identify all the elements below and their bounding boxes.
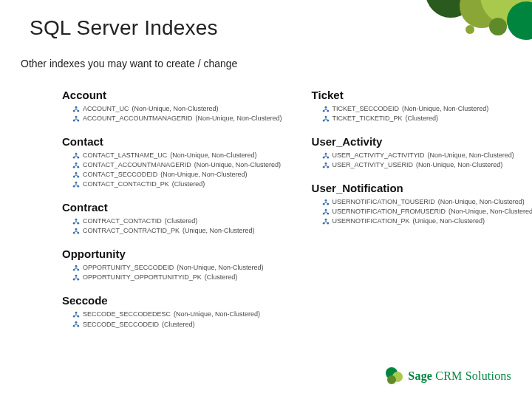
index-properties: (Non-Unique, Non-Clustered) <box>196 114 282 123</box>
svg-point-1 <box>460 0 504 28</box>
index-section: ContractCONTRACT_CONTACTID(Clustered)CON… <box>62 201 282 236</box>
index-item: TICKET_TICKETID_PK(Clustered) <box>322 114 532 123</box>
index-tree-icon <box>72 274 80 282</box>
index-properties: (Clustered) <box>172 180 205 189</box>
index-item: CONTACT_LASTNAME_UC(Non-Unique, Non-Clus… <box>72 151 282 160</box>
index-name: USER_ACTIVITY_ACTIVITYID <box>332 151 425 160</box>
index-list: USER_ACTIVITY_ACTIVITYID(Non-Unique, Non… <box>322 151 532 170</box>
svg-point-54 <box>324 200 327 202</box>
svg-point-4 <box>489 18 507 35</box>
index-item: USERNOTIFICATION_FROMUSERID(Non-Unique, … <box>322 207 532 216</box>
sage-logo-icon <box>384 366 403 386</box>
index-name: TICKET_TICKETID_PK <box>332 114 403 123</box>
svg-point-30 <box>75 265 78 267</box>
index-tree-icon <box>72 228 80 235</box>
index-tree-icon <box>322 115 330 123</box>
index-list: SECCODE_SECCODEDESC(Non-Unique, Non-Clus… <box>72 310 282 329</box>
svg-point-42 <box>324 106 327 108</box>
svg-point-24 <box>75 219 78 221</box>
index-name: OPPORTUNITY_OPPORTUNITYID_PK <box>83 273 202 282</box>
index-item: CONTRACT_CONTRACTID_PK(Unique, Non-Clust… <box>72 226 282 236</box>
index-properties: (Non-Unique, Non-Clustered) <box>132 104 219 114</box>
index-properties: (Non-Unique, Non-Clustered) <box>402 104 488 114</box>
index-name: TICKET_SECCODEID <box>332 104 400 114</box>
section-heading: User_Activity <box>312 135 532 148</box>
index-name: USERNOTIFICATION_PK <box>332 216 410 226</box>
index-tree-icon <box>72 171 80 179</box>
index-item: USER_ACTIVITY_USERID(Non-Unique, Non-Clu… <box>322 160 532 170</box>
index-properties: (Non-Unique, Non-Clustered) <box>170 151 256 160</box>
index-name: USERNOTIFICATION_TOUSERID <box>332 197 435 207</box>
section-heading: Account <box>62 89 282 101</box>
index-tree-icon <box>72 311 80 318</box>
svg-point-0 <box>426 0 476 18</box>
svg-point-12 <box>75 152 78 154</box>
index-name: USER_ACTIVITY_USERID <box>332 160 414 170</box>
index-item: USER_ACTIVITY_ACTIVITYID(Non-Unique, Non… <box>322 151 532 160</box>
index-item: TICKET_SECCODEID(Non-Unique, Non-Cluster… <box>322 104 532 114</box>
svg-point-39 <box>75 321 78 324</box>
right-column: TicketTICKET_SECCODEID(Non-Unique, Non-C… <box>312 89 532 341</box>
index-list: USERNOTIFICATION_TOUSERID(Non-Unique, No… <box>322 197 532 226</box>
index-item: CONTACT_ACCOUNTMANAGERID(Non-Unique, Non… <box>72 160 282 170</box>
index-name: CONTACT_CONTACTID_PK <box>83 180 169 189</box>
section-heading: User_Notification <box>312 182 532 194</box>
svg-point-48 <box>324 152 327 154</box>
decorative-circles <box>399 0 532 52</box>
index-name: CONTRACT_CONTRACTID_PK <box>83 226 180 236</box>
index-item: USERNOTIFICATION_PK(Unique, Non-Clustere… <box>322 216 532 226</box>
index-item: OPPORTUNITY_SECCODEID(Non-Unique, Non-Cl… <box>72 263 282 273</box>
slide: SQL Server Indexes Other indexes you may… <box>0 0 532 399</box>
page-subtitle: Other indexes you may want to create / c… <box>21 58 237 69</box>
svg-point-3 <box>507 1 532 40</box>
index-name: SECCODE_SECCODEID <box>83 320 159 330</box>
svg-point-60 <box>324 219 327 221</box>
index-section: User_NotificationUSERNOTIFICATION_TOUSER… <box>312 182 532 226</box>
svg-point-2 <box>480 0 532 25</box>
index-item: ACCOUNT_ACCOUNTMANAGERID(Non-Unique, Non… <box>72 114 282 123</box>
index-tree-icon <box>72 321 80 328</box>
section-heading: Contact <box>62 135 282 148</box>
left-column: AccountACCOUNT_UC(Non-Unique, Non-Cluste… <box>62 89 282 341</box>
index-tree-icon <box>72 181 80 188</box>
index-section: AccountACCOUNT_UC(Non-Unique, Non-Cluste… <box>62 89 282 123</box>
index-tree-icon <box>322 218 330 225</box>
index-item: OPPORTUNITY_OPPORTUNITYID_PK(Clustered) <box>72 273 282 282</box>
index-name: CONTACT_LASTNAME_UC <box>83 151 167 160</box>
index-item: CONTRACT_CONTACTID(Clustered) <box>72 216 282 226</box>
svg-point-27 <box>75 228 78 231</box>
index-item: SECCODE_SECCODEID(Clustered) <box>72 320 282 330</box>
sage-logo-text: Sage CRM Solutions <box>408 369 511 383</box>
svg-point-65 <box>387 375 396 384</box>
content-columns: AccountACCOUNT_UC(Non-Unique, Non-Cluste… <box>62 89 502 341</box>
index-properties: (Unique, Non-Clustered) <box>183 226 255 236</box>
index-tree-icon <box>322 199 330 206</box>
index-tree-icon <box>72 162 80 169</box>
index-properties: (Non-Unique, Non-Clustered) <box>416 160 502 170</box>
index-name: CONTACT_ACCOUNTMANAGERID <box>83 160 191 170</box>
index-tree-icon <box>72 152 80 160</box>
svg-point-51 <box>324 162 327 164</box>
svg-point-15 <box>75 162 78 164</box>
index-name: OPPORTUNITY_SECCODEID <box>83 263 174 273</box>
index-tree-icon <box>72 106 80 113</box>
index-name: CONTACT_SECCODEID <box>83 170 157 180</box>
index-section: User_ActivityUSER_ACTIVITY_ACTIVITYID(No… <box>312 135 532 170</box>
sage-crm-logo: Sage CRM Solutions <box>384 366 511 386</box>
index-properties: (Non-Unique, Non-Clustered) <box>449 207 532 216</box>
index-name: ACCOUNT_ACCOUNTMANAGERID <box>83 114 193 123</box>
svg-point-6 <box>75 106 78 108</box>
section-heading: Opportunity <box>62 248 282 260</box>
index-name: USERNOTIFICATION_FROMUSERID <box>332 207 446 216</box>
index-properties: (Clustered) <box>205 273 238 282</box>
index-item: CONTACT_SECCODEID(Non-Unique, Non-Cluste… <box>72 170 282 180</box>
index-properties: (Non-Unique, Non-Clustered) <box>438 197 525 207</box>
index-item: CONTACT_CONTACTID_PK(Clustered) <box>72 180 282 189</box>
index-properties: (Non-Unique, Non-Clustered) <box>160 170 247 180</box>
svg-point-9 <box>75 115 78 117</box>
index-list: CONTRACT_CONTACTID(Clustered)CONTRACT_CO… <box>72 216 282 236</box>
index-list: ACCOUNT_UC(Non-Unique, Non-Clustered)ACC… <box>72 104 282 123</box>
index-tree-icon <box>72 218 80 225</box>
svg-point-21 <box>75 182 78 184</box>
section-heading: Contract <box>62 201 282 214</box>
